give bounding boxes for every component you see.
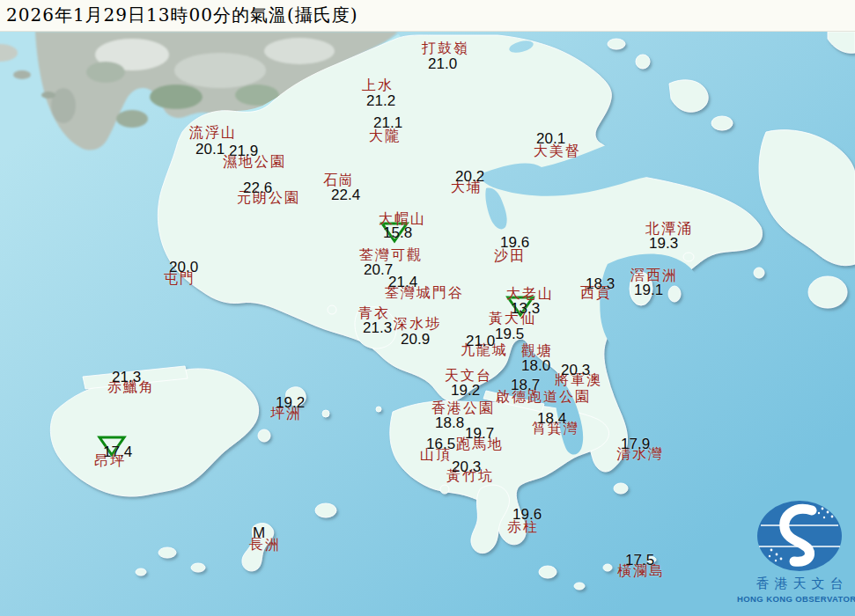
station-temperature-value: 22.6: [243, 180, 272, 195]
station-temperature-value: 19.2: [276, 395, 305, 410]
hko-logo: 香港天文台 HONG KONG OBSERVATORY: [744, 498, 855, 604]
station-temperature-value: 18.0: [521, 358, 550, 373]
station-temperature-value: 17.4: [103, 444, 132, 459]
station-temperature-value: 19.2: [451, 383, 480, 398]
hko-temperature-map-page: 2026年1月29日13時00分的氣溫(攝氏度) 打鼓嶺21.0上水21.2大隴…: [0, 0, 855, 616]
station-temperature-value: 19.6: [512, 507, 542, 522]
station-temperature-value: 20.3: [561, 363, 590, 378]
station-name: 上水: [362, 78, 394, 93]
station-temperature-value: 21.3: [363, 320, 392, 335]
station-temperature-value: 13.3: [511, 301, 540, 316]
station-temperature-value: 17.5: [625, 553, 654, 568]
station-temperature-value: 20.0: [169, 260, 198, 275]
hko-logo-icon: [754, 498, 845, 574]
station-temperature-value: 19.7: [465, 426, 494, 441]
station-temperature-value: 18.4: [537, 411, 566, 426]
station-name: 流浮山: [189, 126, 237, 141]
station-temperature-value: 21.2: [366, 93, 395, 108]
hko-logo-chinese-name: 香港天文台: [751, 576, 849, 592]
station-temperature-value: 18.7: [511, 378, 540, 392]
hko-logo-english-name: HONG KONG OBSERVATORY: [737, 594, 855, 604]
station-temperature-value: M: [253, 525, 265, 540]
station-temperature-value: 21.0: [466, 334, 495, 348]
station-name: 深水埗: [394, 317, 441, 332]
station-temperature-value: 18.8: [435, 415, 464, 430]
station-temperature-value: 19.5: [495, 326, 524, 341]
station-temperature-value: 20.9: [401, 332, 430, 347]
station-temperature-value: 16.5: [426, 436, 455, 451]
station-temperature-value: 17.9: [621, 436, 650, 451]
station-temperature-value: 22.4: [331, 187, 360, 202]
station-temperature-value: 19.6: [500, 235, 529, 250]
station-temperature-value: 20.1: [536, 131, 565, 146]
station-name: 大隴: [369, 129, 401, 144]
station-name: 打鼓嶺: [422, 41, 469, 56]
station-temperature-value: 21.3: [112, 370, 141, 385]
station-temperature-value: 15.8: [383, 225, 412, 240]
title-bar: 2026年1月29日13時00分的氣溫(攝氏度): [0, 0, 855, 32]
station-temperature-value: 21.0: [428, 56, 457, 71]
station-temperature-value: 20.3: [452, 459, 481, 474]
station-temperature-value: 19.1: [634, 282, 663, 297]
stations-layer: 打鼓嶺21.0上水21.2大隴21.1大美督20.1流浮山20.1濕地公園21.…: [0, 0, 855, 616]
station-temperature-value: 21.1: [373, 115, 402, 130]
station-temperature-value: 20.1: [195, 142, 225, 157]
station-temperature-value: 18.3: [586, 276, 615, 291]
page-title: 2026年1月29日13時00分的氣溫(攝氏度): [6, 4, 358, 27]
station-temperature-value: 20.2: [455, 169, 484, 184]
station-name: 沙田: [494, 249, 526, 264]
station-temperature-value: 21.9: [229, 143, 258, 158]
station-temperature-value: 21.4: [388, 275, 417, 290]
station-temperature-value: 19.3: [649, 236, 678, 251]
